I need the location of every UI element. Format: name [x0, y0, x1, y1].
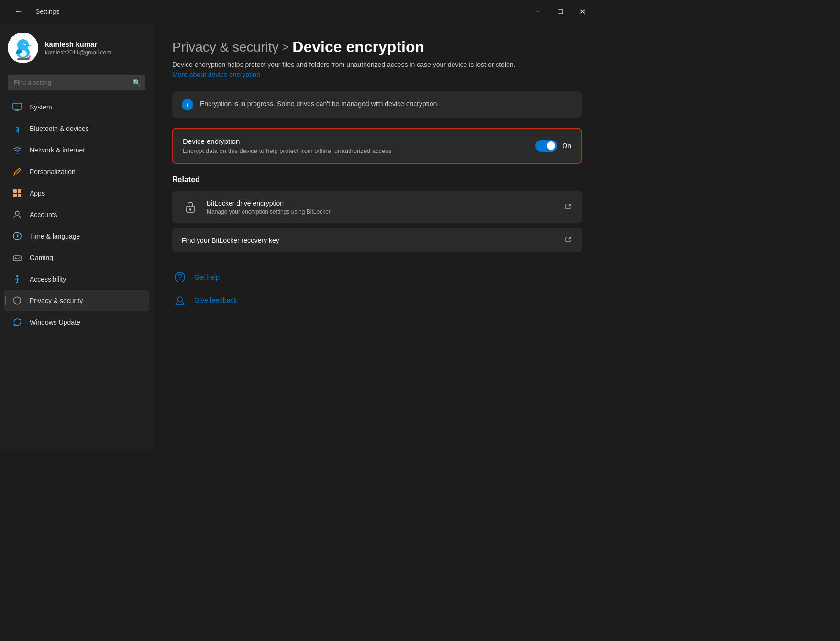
sidebar-label-network: Network & internet — [30, 146, 85, 154]
title-bar-left: ← Settings — [8, 4, 60, 19]
sidebar-item-apps[interactable]: Apps — [4, 183, 149, 204]
user-info: kamlesh kumar kamlesh2011@gmail.com — [45, 40, 111, 56]
recovery-key-left: Find your BitLocker recovery key — [182, 237, 279, 244]
bitlocker-card-left: BitLocker drive encryption Manage your e… — [182, 198, 331, 216]
encryption-title: Device encryption — [183, 137, 391, 145]
wifi-icon — [11, 144, 23, 156]
accessibility-icon — [11, 273, 23, 285]
svg-point-12 — [17, 153, 18, 154]
svg-point-2 — [17, 39, 29, 51]
search-input[interactable] — [8, 75, 145, 90]
info-banner-text: Encryption is in progress. Some drives c… — [200, 99, 439, 109]
sidebar-label-time: Time & language — [30, 232, 80, 240]
shield-icon — [11, 295, 23, 306]
title-bar: ← Settings − □ ✕ — [0, 0, 601, 23]
toggle-state-label: On — [562, 142, 571, 150]
get-help-item[interactable]: Get help — [172, 266, 582, 289]
svg-rect-11 — [13, 103, 22, 109]
sidebar-item-bluetooth[interactable]: Bluetooth & devices — [4, 118, 149, 139]
svg-rect-14 — [18, 189, 21, 193]
sidebar-label-accounts: Accounts — [30, 211, 57, 218]
sidebar-item-personalization[interactable]: Personalization — [4, 161, 149, 182]
sidebar-item-time[interactable]: Time & language — [4, 226, 149, 247]
sidebar-label-apps: Apps — [30, 189, 45, 197]
sidebar-item-update[interactable]: Windows Update — [4, 312, 149, 333]
encryption-toggle[interactable] — [535, 140, 557, 152]
help-circle-icon — [172, 270, 188, 285]
give-feedback-label: Give feedback — [194, 296, 237, 304]
svg-point-22 — [16, 275, 18, 277]
svg-rect-8 — [17, 58, 29, 60]
sidebar-item-network[interactable]: Network & internet — [4, 140, 149, 161]
device-encryption-card: Device encryption Encrypt data on this d… — [172, 128, 582, 164]
app-title: Settings — [35, 8, 60, 15]
page-title: Device encryption — [292, 38, 424, 56]
svg-rect-15 — [13, 194, 17, 197]
search-wrapper: 🔍 — [8, 75, 145, 90]
sidebar: kamlesh kumar kamlesh2011@gmail.com 🔍 — [0, 23, 153, 450]
sidebar-label-bluetooth: Bluetooth & devices — [30, 125, 89, 132]
monitor-icon — [11, 101, 23, 113]
refresh-icon — [11, 316, 23, 328]
bluetooth-icon — [11, 123, 23, 134]
related-heading: Related — [172, 175, 582, 184]
encryption-info: Device encryption Encrypt data on this d… — [183, 137, 391, 154]
user-email: kamlesh2011@gmail.com — [45, 49, 111, 56]
svg-point-24 — [189, 208, 191, 210]
external-link-icon — [564, 203, 572, 212]
person-icon — [11, 209, 23, 220]
app-container: kamlesh kumar kamlesh2011@gmail.com 🔍 — [0, 23, 601, 450]
window-controls: − □ ✕ — [527, 4, 593, 19]
info-banner: i Encryption is in progress. Some drives… — [172, 91, 582, 118]
breadcrumb: Privacy & security > Device encryption — [172, 38, 582, 56]
user-name: kamlesh kumar — [45, 40, 111, 48]
avatar — [8, 33, 38, 63]
bitlocker-info: BitLocker drive encryption Manage your e… — [207, 199, 331, 215]
sidebar-item-privacy[interactable]: Privacy & security — [4, 290, 149, 311]
sidebar-item-gaming[interactable]: Gaming — [4, 247, 149, 268]
sidebar-item-accessibility[interactable]: Accessibility — [4, 269, 149, 290]
svg-point-21 — [18, 258, 19, 259]
back-button[interactable]: ← — [8, 4, 30, 19]
give-feedback-item[interactable]: Give feedback — [172, 289, 582, 312]
help-section: Get help Give feedback — [172, 266, 582, 312]
bitlocker-title: BitLocker drive encryption — [207, 199, 331, 207]
toggle-knob — [547, 141, 555, 150]
svg-rect-19 — [13, 256, 21, 261]
search-container: 🔍 — [0, 71, 153, 96]
bitlocker-desc: Manage your encryption settings using Bi… — [207, 208, 331, 215]
external-link-icon-2 — [564, 236, 572, 245]
user-profile[interactable]: kamlesh kumar kamlesh2011@gmail.com — [0, 23, 153, 71]
sidebar-item-system[interactable]: System — [4, 97, 149, 118]
breadcrumb-separator: > — [283, 41, 289, 54]
sidebar-label-privacy: Privacy & security — [30, 297, 83, 304]
maximize-button[interactable]: □ — [549, 4, 571, 19]
sidebar-item-accounts[interactable]: Accounts — [4, 204, 149, 225]
svg-point-10 — [29, 55, 31, 57]
svg-point-26 — [179, 279, 180, 280]
encryption-desc: Encrypt data on this device to help prot… — [183, 147, 391, 154]
svg-point-27 — [177, 297, 182, 302]
sidebar-nav: System Bluetooth & devices — [0, 97, 153, 333]
sidebar-label-accessibility: Accessibility — [30, 275, 66, 283]
svg-point-17 — [15, 211, 19, 215]
info-icon: i — [182, 99, 193, 110]
breadcrumb-parent[interactable]: Privacy & security — [172, 40, 279, 55]
apps-icon — [11, 187, 23, 199]
sidebar-label-system: System — [30, 103, 52, 111]
bitlocker-card[interactable]: BitLocker drive encryption Manage your e… — [172, 191, 582, 223]
get-help-label: Get help — [194, 273, 220, 281]
game-icon — [11, 252, 23, 263]
page-description: Device encryption helps protect your fil… — [172, 60, 517, 80]
sidebar-label-gaming: Gaming — [30, 254, 53, 261]
recovery-key-card[interactable]: Find your BitLocker recovery key — [172, 228, 582, 252]
lock-icon — [182, 198, 199, 216]
sidebar-label-update: Windows Update — [30, 318, 80, 326]
minimize-button[interactable]: − — [527, 4, 549, 19]
sidebar-label-personalization: Personalization — [30, 168, 76, 175]
feedback-icon — [172, 293, 188, 308]
close-button[interactable]: ✕ — [571, 4, 593, 19]
clock-icon — [11, 230, 23, 242]
description-link[interactable]: More about device encryption — [172, 71, 260, 78]
svg-point-6 — [24, 43, 25, 44]
